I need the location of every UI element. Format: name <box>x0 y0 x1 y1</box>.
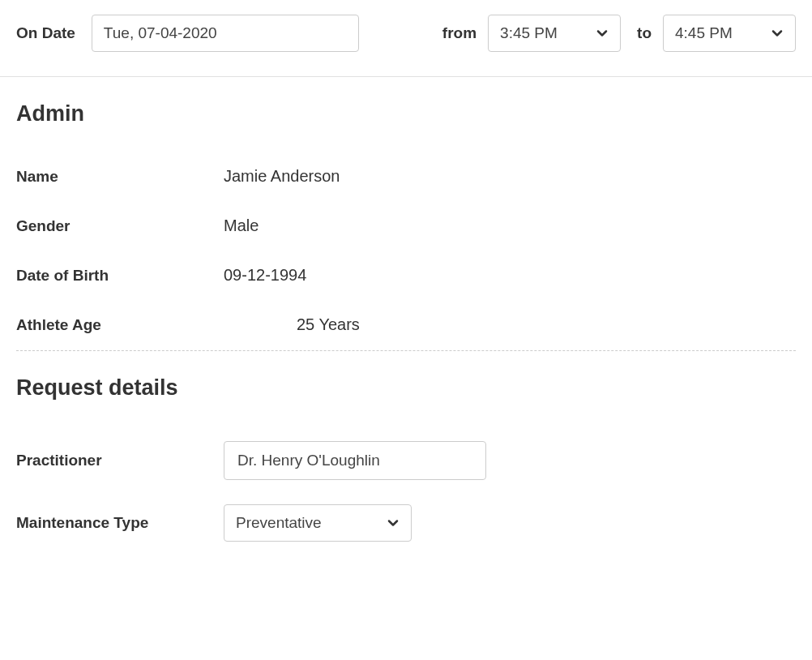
chevron-down-icon <box>596 27 609 40</box>
gender-label: Gender <box>16 217 224 235</box>
gender-row: Gender Male <box>16 216 796 235</box>
to-label: to <box>637 24 652 42</box>
from-label: from <box>442 24 477 42</box>
maintenance-type-label: Maintenance Type <box>16 514 224 532</box>
chevron-down-icon <box>387 516 400 529</box>
dob-value: 09-12-1994 <box>224 266 306 285</box>
on-date-label: On Date <box>16 24 75 42</box>
from-time-group: from 3:45 PM <box>442 15 621 52</box>
date-time-row: On Date from 3:45 PM to 4:45 PM <box>0 0 812 77</box>
name-value: Jamie Anderson <box>224 167 340 186</box>
admin-title: Admin <box>16 101 796 126</box>
to-time-value: 4:45 PM <box>675 24 733 42</box>
from-time-select[interactable]: 3:45 PM <box>488 15 621 52</box>
age-row: Athlete Age 25 Years <box>16 315 796 334</box>
maintenance-type-value: Preventative <box>236 514 322 532</box>
practitioner-row: Practitioner <box>16 441 796 480</box>
age-label: Athlete Age <box>16 316 224 334</box>
on-date-input[interactable] <box>92 15 359 52</box>
request-details-section: Request details Practitioner Maintenance… <box>0 351 812 542</box>
admin-section: Admin Name Jamie Anderson Gender Male Da… <box>0 77 812 334</box>
request-details-title: Request details <box>16 375 796 401</box>
name-label: Name <box>16 168 224 186</box>
practitioner-input[interactable] <box>224 441 486 480</box>
from-time-value: 3:45 PM <box>500 24 558 42</box>
dob-label: Date of Birth <box>16 267 224 285</box>
age-value: 25 Years <box>224 315 360 334</box>
dob-row: Date of Birth 09-12-1994 <box>16 266 796 285</box>
to-time-group: to 4:45 PM <box>637 15 796 52</box>
chevron-down-icon <box>771 27 784 40</box>
to-time-select[interactable]: 4:45 PM <box>663 15 796 52</box>
name-row: Name Jamie Anderson <box>16 167 796 186</box>
maintenance-type-select[interactable]: Preventative <box>224 504 412 542</box>
maintenance-type-row: Maintenance Type Preventative <box>16 504 796 542</box>
gender-value: Male <box>224 216 259 235</box>
practitioner-label: Practitioner <box>16 452 224 469</box>
